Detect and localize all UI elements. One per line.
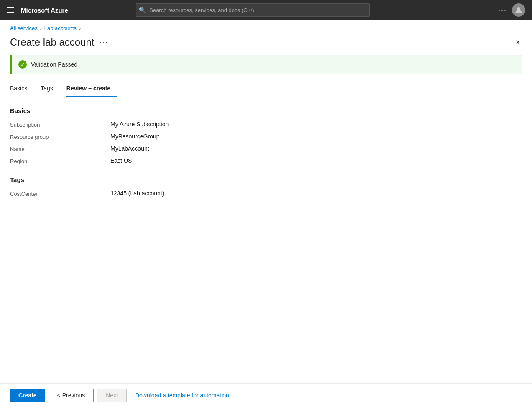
region-label: Region: [10, 157, 110, 164]
page-title: Create lab account: [10, 36, 94, 48]
breadcrumb: All services › Lab accounts ›: [0, 20, 532, 35]
tab-tags[interactable]: Tags: [41, 81, 60, 97]
hamburger-menu[interactable]: [7, 7, 14, 13]
brand-name: Microsoft Azure: [21, 7, 68, 14]
search-input[interactable]: [136, 3, 370, 17]
page-header: Create lab account ··· ×: [0, 35, 532, 55]
validation-icon: ✓: [18, 60, 27, 69]
tags-section-title: Tags: [10, 176, 522, 183]
search-icon: 🔍: [139, 7, 146, 13]
tags-field-grid: CostCenter 12345 (Lab account): [10, 190, 522, 197]
name-value: MyLabAccount: [110, 145, 522, 152]
subscription-label: Subscription: [10, 121, 110, 128]
tab-basics[interactable]: Basics: [10, 81, 34, 97]
region-value: East US: [110, 157, 522, 164]
main-content: Basics Subscription My Azure Subscriptio…: [0, 107, 532, 197]
costcenter-label: CostCenter: [10, 190, 110, 197]
breadcrumb-lab-accounts[interactable]: Lab accounts: [44, 25, 77, 31]
name-label: Name: [10, 145, 110, 152]
costcenter-value: 12345 (Lab account): [110, 190, 522, 197]
validation-text: Validation Passed: [31, 61, 77, 68]
resource-group-label: Resource group: [10, 133, 110, 140]
search-container: 🔍: [136, 3, 370, 17]
user-avatar[interactable]: [512, 3, 525, 17]
breadcrumb-sep-1: ›: [40, 26, 42, 31]
close-button[interactable]: ×: [514, 36, 522, 48]
resource-group-value: MyResourceGroup: [110, 133, 522, 140]
tabs-container: Basics Tags Review + create: [0, 81, 532, 97]
page-header-dots[interactable]: ···: [99, 38, 108, 47]
validation-banner: ✓ Validation Passed: [10, 55, 522, 74]
top-nav: Microsoft Azure 🔍 ···: [0, 0, 532, 20]
tab-review-create[interactable]: Review + create: [66, 81, 117, 97]
svg-point-0: [517, 7, 520, 10]
breadcrumb-all-services[interactable]: All services: [10, 25, 38, 31]
topnav-ellipsis[interactable]: ···: [498, 6, 507, 15]
subscription-value: My Azure Subscription: [110, 121, 522, 128]
topnav-right: ···: [498, 3, 525, 17]
basics-field-grid: Subscription My Azure Subscription Resou…: [10, 121, 522, 164]
breadcrumb-sep-2: ›: [79, 26, 81, 31]
basics-section-title: Basics: [10, 107, 522, 114]
